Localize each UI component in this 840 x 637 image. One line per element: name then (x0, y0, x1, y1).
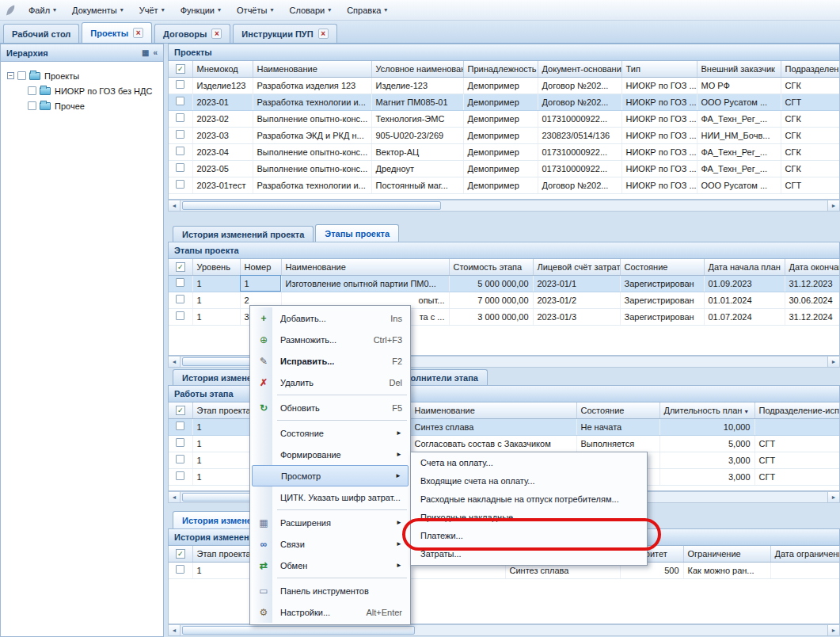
menu-item[interactable]: ⊕Размножить...Ctrl+F3 (252, 329, 409, 350)
row-checkbox[interactable] (176, 311, 184, 320)
checkbox[interactable] (17, 71, 26, 80)
collapse-panel-icon[interactable]: « (153, 48, 158, 57)
column-header[interactable]: Документ-основание (538, 61, 621, 77)
row-checkbox[interactable] (176, 421, 184, 430)
column-header[interactable]: Дата начала план (704, 259, 785, 275)
select-all-header[interactable]: ✓ (169, 61, 192, 77)
row-checkbox[interactable] (176, 113, 184, 122)
menu-item[interactable]: ∞Связи► (252, 533, 409, 555)
row-checkbox[interactable] (176, 438, 184, 447)
row-checkbox[interactable] (176, 147, 184, 155)
submenu-item[interactable]: Приходные накладные... (412, 509, 645, 527)
column-header[interactable]: Лицевой счёт затрат. (533, 259, 620, 275)
tree-node[interactable]: −Проекты (4, 68, 160, 83)
scroll-right-arrow[interactable]: ► (827, 625, 839, 635)
menu-item[interactable]: Состояние► (252, 422, 409, 444)
row-select-cell[interactable] (169, 127, 192, 143)
menu-item[interactable]: ⚙Настройки...Alt+Enter (252, 601, 409, 623)
column-header[interactable]: Условное наименование (371, 61, 463, 77)
menu-item[interactable]: Формирование► (252, 444, 409, 465)
row-select-cell[interactable] (169, 452, 192, 468)
row-select-cell[interactable] (169, 418, 192, 435)
column-header[interactable]: Дата ограничения (770, 546, 840, 562)
submenu-item[interactable]: Расходные накладные на отпуск потребител… (412, 490, 645, 509)
menu-item[interactable]: ▦Расширения► (252, 512, 409, 533)
menubar-item[interactable]: Словари▾ (282, 2, 338, 18)
table-row[interactable]: Изделие123Разработка изделия 123Изделие-… (169, 77, 840, 93)
column-header[interactable]: Стоимость этапа (449, 259, 533, 275)
table-row[interactable]: 2023-02Выполнение опытно-конс...Технолог… (169, 110, 840, 127)
row-select-cell[interactable] (169, 468, 192, 485)
column-header[interactable]: Наименование (410, 402, 576, 418)
row-checkbox[interactable] (176, 455, 184, 463)
row-select-cell[interactable] (169, 110, 192, 127)
scrollbar-thumb[interactable] (182, 201, 441, 210)
row-select-cell[interactable] (169, 177, 192, 193)
scrollbar-thumb[interactable] (182, 626, 415, 635)
expander-icon[interactable]: − (7, 72, 14, 79)
row-select-cell[interactable] (169, 275, 192, 292)
row-select-cell[interactable] (169, 143, 192, 160)
scroll-right-arrow[interactable]: ► (827, 200, 839, 211)
scroll-left-arrow[interactable]: ◄ (169, 492, 181, 502)
row-checkbox[interactable] (176, 130, 184, 139)
main-tab[interactable]: Проекты× (82, 22, 152, 43)
scrollbar-track[interactable] (181, 200, 827, 211)
checkbox[interactable] (28, 86, 36, 95)
menu-item[interactable]: ✗УдалитьDel (252, 372, 409, 393)
menu-item[interactable]: ЦИТК. Указать шифр затрат... (252, 486, 409, 508)
menubar-item[interactable]: Документы▾ (65, 2, 131, 18)
menu-item[interactable]: ✎Исправить...F2 (252, 350, 409, 372)
select-all-header[interactable]: ✓ (169, 546, 192, 562)
horizontal-scrollbar[interactable]: ◄ ► (168, 200, 840, 212)
tab-close-icon[interactable]: × (133, 28, 143, 38)
column-header[interactable]: Номер (240, 259, 281, 275)
column-header[interactable]: Длительность план ▼ (659, 402, 754, 418)
main-tab[interactable]: Рабочий стол (3, 24, 79, 43)
main-tab[interactable]: Инструкции ПУП× (233, 24, 336, 43)
checkbox[interactable] (28, 101, 36, 110)
submenu-item[interactable]: Счета на оплату... (412, 454, 645, 472)
scroll-left-arrow[interactable]: ◄ (169, 200, 181, 211)
column-header[interactable]: Состояние (576, 402, 659, 418)
row-checkbox[interactable] (176, 80, 184, 89)
submenu-item[interactable]: Платежи... (412, 527, 645, 545)
column-header[interactable]: Внешний заказчик (697, 61, 781, 77)
row-select-cell[interactable] (169, 160, 192, 177)
menubar-item[interactable]: Справка▾ (340, 2, 394, 18)
tab-close-icon[interactable]: × (211, 29, 222, 39)
row-select-cell[interactable] (169, 292, 192, 308)
column-header[interactable]: Подразделение-исполнитель (754, 402, 840, 418)
table-row[interactable]: 2023-01Разработка технологии и...Магнит … (169, 93, 840, 110)
column-header[interactable]: Дата окончания (785, 259, 840, 275)
column-header[interactable]: Мнемокод (192, 61, 253, 77)
row-select-cell[interactable] (169, 93, 192, 110)
table-row[interactable]: 2023-05Выполнение опытно-конс...Дредноут… (169, 160, 840, 177)
grid-view-icon[interactable]: ▦ (142, 48, 149, 57)
select-all-header[interactable]: ✓ (169, 259, 192, 275)
tab-close-icon[interactable]: × (318, 29, 329, 39)
column-header[interactable]: Подразделение (781, 61, 840, 77)
column-header[interactable]: Наименование (281, 259, 449, 275)
row-checkbox[interactable] (176, 278, 184, 287)
scroll-right-arrow[interactable]: ► (827, 357, 839, 367)
column-header[interactable]: Наименование (253, 61, 371, 77)
column-header[interactable]: Состояние (620, 259, 704, 275)
menubar-item[interactable]: Отчёты▾ (230, 2, 280, 18)
main-tab[interactable]: Договоры× (154, 24, 230, 43)
menu-item[interactable]: ▭Панель инструментов (252, 580, 409, 601)
menu-item[interactable]: ↻ОбновитьF5 (252, 397, 409, 418)
column-header[interactable]: Уровень (192, 259, 240, 275)
menu-item[interactable]: Просмотр► (252, 465, 409, 486)
table-row[interactable]: 2023-03Разработка ЭКД и РКД н...905-U020… (169, 127, 840, 143)
table-row[interactable]: 2023-04Выполнение опытно-конс...Вектор-А… (169, 143, 840, 160)
row-select-cell[interactable] (169, 308, 192, 325)
row-select-cell[interactable] (169, 77, 192, 93)
column-header[interactable]: Тип (621, 61, 697, 77)
column-header[interactable]: Ограничение (683, 546, 770, 562)
row-select-cell[interactable] (169, 435, 192, 452)
menu-item[interactable]: ⇄Обмен► (252, 555, 409, 576)
submenu-item[interactable]: Входящие счета на оплату... (412, 472, 645, 490)
scrollbar-track[interactable] (181, 625, 827, 635)
menubar-item[interactable]: Учёт▾ (132, 2, 172, 18)
